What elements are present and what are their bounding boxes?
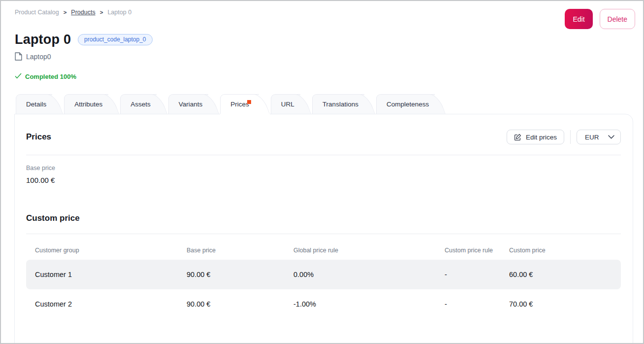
title-row: Laptop 0 product_code_laptop_0 — [15, 32, 643, 47]
completion-status: Completed 100% — [15, 73, 643, 80]
table-header-row: Customer group Base price Global price r… — [26, 247, 621, 254]
cell-global-price-rule: -1.00% — [293, 300, 445, 308]
completion-label: Completed 100% — [25, 73, 76, 80]
cell-custom-price: 60.00 € — [509, 271, 621, 278]
breadcrumb-products-link[interactable]: Products — [71, 9, 95, 16]
custom-price-heading: Custom price — [26, 213, 621, 223]
product-name-label: Laptop0 — [26, 53, 51, 61]
edit-prices-button[interactable]: Edit prices — [507, 130, 564, 144]
cell-custom-price: 70.00 € — [509, 300, 621, 308]
custom-price-divider — [26, 234, 621, 234]
col-custom-price: Custom price — [509, 247, 621, 254]
breadcrumb-product-catalog: Product Catalog — [15, 9, 59, 16]
prices-tab-panel: Prices Edit prices EUR — [14, 114, 633, 343]
prices-controls: Edit prices EUR — [507, 130, 621, 144]
tab-prices[interactable]: Prices — [220, 94, 259, 114]
base-price-label: Base price — [26, 165, 621, 172]
product-detail-page: Product Catalog > Products > Laptop 0 Ed… — [1, 1, 643, 343]
tab-bar: Details Attributes Assets Variants Price… — [16, 94, 633, 114]
cell-customer-group: Customer 1 — [35, 271, 187, 278]
prices-section-header: Prices Edit prices EUR — [26, 130, 621, 144]
chevron-down-icon — [608, 135, 614, 139]
checkmark-icon — [15, 73, 22, 80]
delete-button[interactable]: Delete — [600, 9, 635, 29]
cell-custom-price-rule: - — [445, 300, 509, 308]
document-icon — [15, 52, 22, 61]
product-code-badge: product_code_laptop_0 — [78, 34, 152, 45]
breadcrumb-separator: > — [64, 9, 67, 15]
custom-price-table: Customer group Base price Global price r… — [26, 247, 621, 319]
currency-select[interactable]: EUR — [577, 130, 621, 144]
prices-heading: Prices — [26, 132, 51, 142]
edit-button[interactable]: Edit — [565, 9, 592, 29]
tab-attributes[interactable]: Attributes — [64, 94, 108, 114]
tab-variants[interactable]: Variants — [168, 94, 209, 114]
cell-base-price: 90.00 € — [187, 271, 293, 278]
prices-divider — [26, 155, 621, 155]
col-customer-group: Customer group — [35, 247, 187, 254]
tab-url[interactable]: URL — [271, 94, 300, 114]
product-name-row: Laptop0 — [15, 52, 643, 61]
cell-base-price: 90.00 € — [187, 300, 293, 308]
tab-assets[interactable]: Assets — [120, 94, 157, 114]
breadcrumb-current-page: Laptop 0 — [107, 9, 131, 16]
header-actions: Edit Delete — [565, 9, 635, 29]
breadcrumb: Product Catalog > Products > Laptop 0 — [15, 9, 643, 16]
table-row: Customer 2 90.00 € -1.00% - 70.00 € — [26, 289, 621, 319]
edit-pencil-icon — [514, 134, 521, 141]
tab-translations[interactable]: Translations — [312, 94, 364, 114]
cell-customer-group: Customer 2 — [35, 300, 187, 308]
breadcrumb-separator: > — [100, 9, 103, 15]
cell-custom-price-rule: - — [445, 271, 509, 278]
currency-value: EUR — [585, 134, 599, 141]
tab-completeness[interactable]: Completeness — [376, 94, 435, 114]
base-price-value: 100.00 € — [26, 176, 621, 184]
col-custom-price-rule: Custom price rule — [445, 247, 509, 254]
table-row: Customer 1 90.00 € 0.00% - 60.00 € — [26, 260, 621, 289]
cell-global-price-rule: 0.00% — [293, 271, 445, 278]
tab-details[interactable]: Details — [16, 94, 52, 114]
edit-prices-label: Edit prices — [526, 134, 557, 141]
col-base-price: Base price — [187, 247, 293, 254]
controls-divider — [570, 130, 571, 144]
page-title: Laptop 0 — [15, 32, 71, 47]
col-global-price-rule: Global price rule — [293, 247, 445, 254]
